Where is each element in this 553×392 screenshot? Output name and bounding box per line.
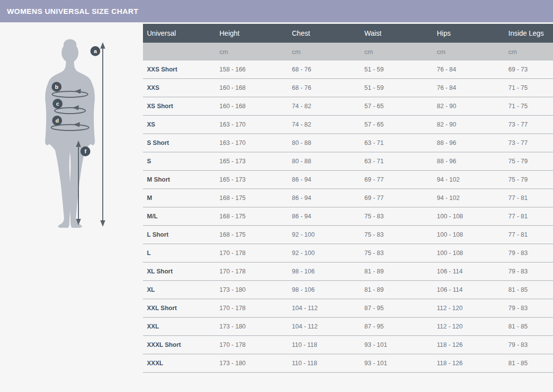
value-cell: 77 - 81 bbox=[504, 226, 553, 244]
value-cell: 68 - 76 bbox=[288, 61, 360, 78]
badge-b-label: b bbox=[55, 84, 59, 90]
value-cell: 92 - 100 bbox=[288, 226, 360, 244]
unit-cell: cm bbox=[215, 43, 288, 61]
value-cell: 100 - 108 bbox=[433, 207, 504, 225]
value-cell: 160 - 168 bbox=[215, 97, 288, 115]
size-cell: XS Short bbox=[143, 97, 215, 115]
size-cell: XL Short bbox=[143, 262, 215, 280]
value-cell: 86 - 94 bbox=[288, 171, 360, 189]
value-cell: 158 - 166 bbox=[215, 61, 288, 78]
table-units-row: cmcmcmcmcm bbox=[143, 43, 553, 61]
unit-cell: cm bbox=[433, 43, 504, 61]
badge-f-label: f bbox=[84, 148, 86, 154]
size-cell: S bbox=[143, 152, 215, 170]
value-cell: 160 - 168 bbox=[215, 79, 288, 97]
value-cell: 165 - 173 bbox=[215, 152, 288, 170]
size-cell: M bbox=[143, 189, 215, 207]
value-cell: 82 - 90 bbox=[433, 97, 504, 115]
value-cell: 81 - 85 bbox=[504, 354, 553, 372]
badge-b: b bbox=[52, 82, 62, 92]
value-cell: 173 - 180 bbox=[215, 318, 288, 335]
value-cell: 69 - 77 bbox=[360, 171, 433, 189]
value-cell: 81 - 89 bbox=[360, 262, 433, 280]
badge-c: c bbox=[53, 99, 63, 109]
value-cell: 110 - 118 bbox=[288, 354, 360, 372]
table-row: XXXL Short170 - 178110 - 11893 - 101118 … bbox=[143, 336, 553, 354]
value-cell: 168 - 175 bbox=[215, 226, 288, 244]
value-cell: 79 - 83 bbox=[504, 336, 553, 354]
table-row: XXXL173 - 180110 - 11893 - 101118 - 1268… bbox=[143, 354, 553, 373]
value-cell: 51 - 59 bbox=[360, 61, 433, 78]
height-arrow bbox=[100, 42, 105, 227]
value-cell: 57 - 65 bbox=[360, 116, 433, 133]
value-cell: 86 - 94 bbox=[288, 189, 360, 207]
badge-a-label: a bbox=[94, 48, 97, 54]
size-table: UniversalHeightChestWaistHipsInside Legs… bbox=[143, 24, 553, 373]
table-row: XS163 - 17074 - 8257 - 6582 - 9073 - 77 bbox=[143, 116, 553, 134]
value-cell: 170 - 178 bbox=[215, 262, 288, 280]
value-cell: 73 - 77 bbox=[504, 116, 553, 133]
value-cell: 170 - 178 bbox=[215, 299, 288, 317]
value-cell: 93 - 101 bbox=[360, 354, 433, 372]
value-cell: 74 - 82 bbox=[288, 116, 360, 133]
value-cell: 98 - 106 bbox=[288, 281, 360, 299]
value-cell: 173 - 180 bbox=[215, 281, 288, 299]
table-row: XXL Short170 - 178104 - 11287 - 95112 - … bbox=[143, 299, 553, 318]
table-row: XXS160 - 16868 - 7651 - 5976 - 8471 - 75 bbox=[143, 79, 553, 97]
value-cell: 118 - 126 bbox=[433, 354, 504, 372]
size-cell: M/L bbox=[143, 207, 215, 225]
value-cell: 87 - 95 bbox=[360, 299, 433, 317]
value-cell: 100 - 108 bbox=[433, 226, 504, 244]
value-cell: 79 - 83 bbox=[504, 262, 553, 280]
value-cell: 76 - 84 bbox=[433, 79, 504, 97]
badge-d-label: d bbox=[56, 118, 59, 124]
column-header: Universal bbox=[143, 24, 215, 43]
value-cell: 81 - 85 bbox=[504, 318, 553, 335]
value-cell: 75 - 83 bbox=[360, 226, 433, 244]
size-cell: XS bbox=[143, 116, 215, 133]
value-cell: 69 - 73 bbox=[504, 61, 553, 78]
body-figure-svg: a b c d f bbox=[0, 22, 143, 392]
value-cell: 75 - 79 bbox=[504, 152, 553, 170]
value-cell: 94 - 102 bbox=[433, 189, 504, 207]
body-measurement-diagram: a b c d f bbox=[0, 22, 143, 392]
column-header: Hips bbox=[433, 24, 504, 43]
value-cell: 75 - 83 bbox=[360, 207, 433, 225]
size-cell: XXL bbox=[143, 318, 215, 335]
value-cell: 170 - 178 bbox=[215, 244, 288, 262]
table-header-row: UniversalHeightChestWaistHipsInside Legs bbox=[143, 24, 553, 43]
value-cell: 104 - 112 bbox=[288, 318, 360, 335]
value-cell: 51 - 59 bbox=[360, 79, 433, 97]
value-cell: 163 - 170 bbox=[215, 116, 288, 133]
size-cell: XXS bbox=[143, 79, 215, 97]
value-cell: 112 - 120 bbox=[433, 318, 504, 335]
value-cell: 71 - 75 bbox=[504, 79, 553, 97]
size-cell: L Short bbox=[143, 226, 215, 244]
value-cell: 173 - 180 bbox=[215, 354, 288, 372]
value-cell: 94 - 102 bbox=[433, 171, 504, 189]
badge-c-label: c bbox=[56, 101, 59, 107]
value-cell: 73 - 77 bbox=[504, 134, 553, 152]
value-cell: 86 - 94 bbox=[288, 207, 360, 225]
value-cell: 81 - 85 bbox=[504, 281, 553, 299]
value-cell: 98 - 106 bbox=[288, 262, 360, 280]
column-header: Waist bbox=[360, 24, 433, 43]
value-cell: 63 - 71 bbox=[360, 134, 433, 152]
value-cell: 82 - 90 bbox=[433, 116, 504, 133]
unit-cell bbox=[143, 43, 215, 61]
value-cell: 110 - 118 bbox=[288, 336, 360, 354]
size-cell: XXS Short bbox=[143, 61, 215, 78]
table-row: XL173 - 18098 - 10681 - 89106 - 11481 - … bbox=[143, 281, 553, 299]
table-row: L Short168 - 17592 - 10075 - 83100 - 108… bbox=[143, 226, 553, 244]
value-cell: 81 - 89 bbox=[360, 281, 433, 299]
value-cell: 100 - 108 bbox=[433, 244, 504, 262]
badge-d: d bbox=[52, 116, 62, 126]
value-cell: 71 - 75 bbox=[504, 97, 553, 115]
badge-a: a bbox=[90, 46, 100, 56]
value-cell: 165 - 173 bbox=[215, 171, 288, 189]
value-cell: 112 - 120 bbox=[433, 299, 504, 317]
table-row: M168 - 17586 - 9469 - 7794 - 10277 - 81 bbox=[143, 189, 553, 207]
table-row: XS Short160 - 16874 - 8257 - 6582 - 9071… bbox=[143, 97, 553, 116]
column-header: Inside Legs bbox=[504, 24, 553, 43]
woman-silhouette bbox=[45, 39, 95, 228]
